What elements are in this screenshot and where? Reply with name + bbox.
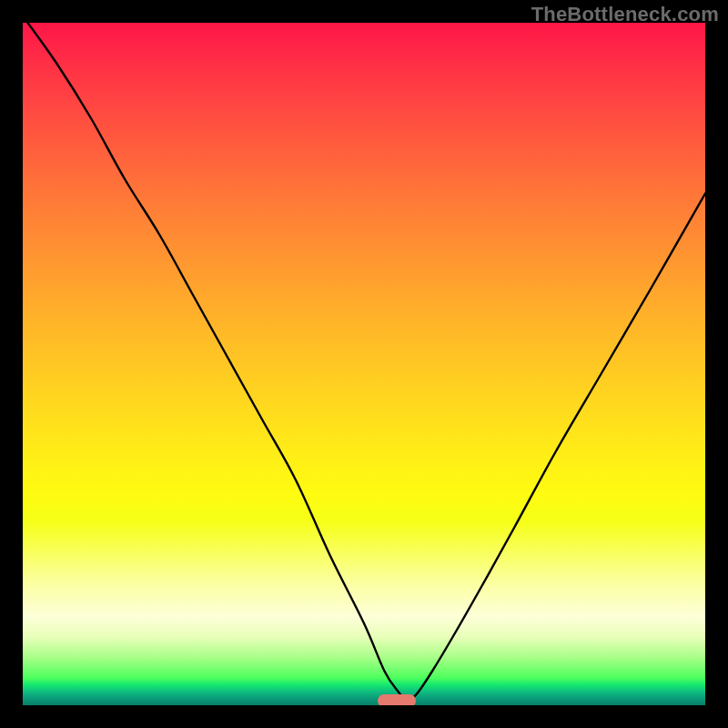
optimal-marker <box>378 694 416 705</box>
bottleneck-curve <box>23 23 705 705</box>
plot-area <box>23 23 705 705</box>
watermark-text: TheBottleneck.com <box>531 3 719 26</box>
chart-frame: TheBottleneck.com <box>0 0 728 728</box>
